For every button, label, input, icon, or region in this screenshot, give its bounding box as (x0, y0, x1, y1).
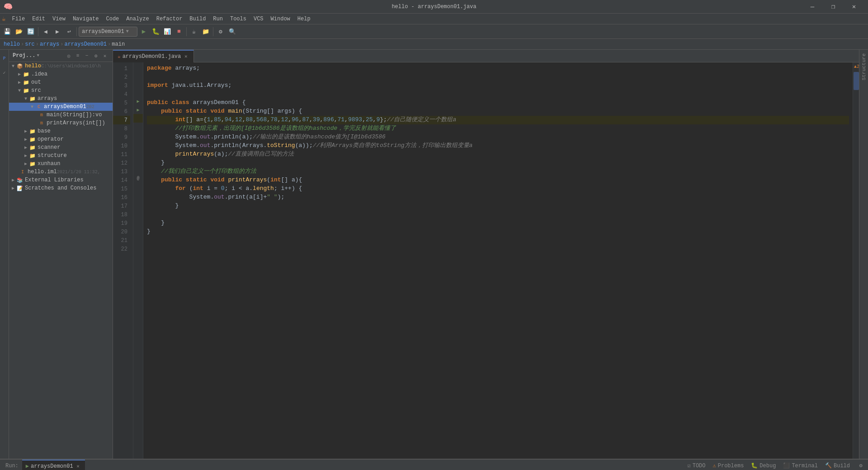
project-locate-btn[interactable]: ◎ (65, 52, 73, 60)
breadcrumb-hello[interactable]: hello (4, 41, 20, 47)
search-everywhere-btn[interactable]: 🔍 (227, 26, 238, 37)
tree-item-operator[interactable]: ▶ 📁 operator (9, 135, 113, 143)
tab-build[interactable]: 🔨 Build (821, 460, 854, 470)
tree-item-base[interactable]: ▶ 📁 base (9, 127, 113, 135)
run-main-icon[interactable]: ▶ (137, 107, 139, 113)
project-structure-btn[interactable]: 📁 (200, 26, 211, 37)
menu-view[interactable]: View (49, 15, 69, 23)
tree-icon-iml: I (19, 168, 26, 176)
project-collapse-btn[interactable]: − (83, 52, 91, 60)
toolbar-open[interactable]: 📂 (14, 26, 24, 37)
menu-run[interactable]: Run (209, 15, 226, 23)
project-dropdown-arrow[interactable]: ▼ (37, 53, 39, 58)
toolbar-revert[interactable]: ↩ (64, 26, 75, 37)
gutter-5[interactable]: ▶ (133, 97, 143, 105)
structure-label[interactable]: Structure (860, 50, 868, 84)
code-content[interactable]: package arrays; import java.util.Arrays;… (143, 62, 853, 459)
maximize-btn[interactable]: ❐ (823, 0, 844, 14)
code-line-1: package arrays; (147, 64, 849, 73)
code-line-5: public class arraysDemon01 { (147, 99, 849, 107)
menu-help[interactable]: Help (294, 15, 314, 23)
run-tab-close[interactable]: ✕ (75, 463, 81, 470)
tree-item-src[interactable]: ▼ 📁 src (9, 86, 113, 95)
main-layout: P ✓ Proj... ▼ ◎ ≡ − ⚙ ✕ ▼ 📦 hello C:\Us (0, 50, 868, 459)
menu-file[interactable]: File (8, 15, 28, 23)
ln-1: 1 (113, 64, 130, 73)
menu-refactor[interactable]: Refactor (153, 15, 186, 23)
tab-close-btn[interactable]: ✕ (183, 53, 189, 60)
tree-label-scratches: Scratches and Consoles (25, 185, 96, 191)
code-line-18 (147, 210, 849, 219)
tree-item-hello[interactable]: ▼ 📦 hello C:\Users\Windows10\h (9, 62, 113, 70)
project-panel-header: Proj... ▼ ◎ ≡ − ⚙ ✕ (9, 50, 113, 62)
tab-terminal[interactable]: ⬛ Terminal (779, 460, 821, 470)
toolbar-save[interactable]: 💾 (2, 26, 13, 37)
menubar: ☕ File Edit View Navigate Code Analyze R… (0, 14, 868, 24)
toolbar-sync[interactable]: 🔄 (25, 26, 36, 37)
menu-vcs[interactable]: VCS (250, 15, 267, 23)
gutter-9 (133, 131, 143, 140)
tree-item-arrays[interactable]: ▼ 📁 arrays (9, 95, 113, 103)
settings-btn[interactable]: ⚙ (215, 26, 226, 37)
editor-area: ☕ arraysDemon01.java ✕ 1 2 3 4 5 6 7 8 9… (113, 50, 859, 459)
terminal-label: Terminal (792, 463, 818, 469)
breadcrumb-sep3: › (60, 41, 63, 47)
code-line-16: System.out.print(a[i]+" "); (147, 193, 849, 202)
tree-label-ext: External Libraries (25, 177, 84, 183)
close-btn[interactable]: ✕ (844, 0, 864, 14)
project-settings-btn[interactable]: ⚙ (92, 52, 100, 60)
project-expand-btn[interactable]: ≡ (74, 52, 82, 60)
code-line-21 (147, 236, 849, 245)
run-class-icon[interactable]: ▶ (137, 99, 139, 104)
breadcrumb-method[interactable]: main (112, 41, 125, 47)
tree-item-xunhaun[interactable]: ▶ 📁 xunhaun (9, 160, 113, 168)
menu-tools[interactable]: Tools (226, 15, 250, 23)
ln-10: 10 (113, 142, 130, 150)
run-config-dropdown[interactable]: arraysDemon01 ▼ (79, 27, 137, 37)
tree-item-main[interactable]: m main(String[]):vo (9, 111, 113, 119)
gutter-11 (133, 148, 143, 157)
tab-arrays-demon01[interactable]: ☕ arraysDemon01.java ✕ (113, 50, 194, 62)
tree-icon-operator: 📁 (29, 136, 36, 143)
tree-arrow-demon01: ▼ (29, 104, 35, 109)
tab-run[interactable]: ▶ arraysDemon01 ✕ (22, 460, 85, 470)
commit-tool-btn[interactable]: ✓ (0, 66, 9, 80)
tab-todo[interactable]: ☑ TODO (684, 460, 709, 470)
breadcrumb-class[interactable]: arraysDemon01 (64, 41, 107, 47)
minimize-btn[interactable]: — (802, 0, 823, 14)
tree-item-scanner[interactable]: ▶ 📁 scanner (9, 143, 113, 152)
tree-item-arrays-demon01[interactable]: ▼ C arraysDemon01 202 (9, 103, 113, 111)
run-coverage-btn[interactable]: 📊 (162, 26, 173, 37)
menu-window[interactable]: Window (267, 15, 294, 23)
tree-item-iml[interactable]: I hello.iml 2021/1/20 11:32, (9, 168, 113, 176)
menu-build[interactable]: Build (186, 15, 209, 23)
project-tool-btn[interactable]: P (0, 52, 9, 65)
toolbar-forward[interactable]: ▶ (52, 26, 63, 37)
run-btn[interactable]: ▶ (138, 26, 149, 37)
tree-arrow-src: ▼ (16, 88, 23, 93)
tree-arrow-xunhaun: ▶ (23, 161, 29, 166)
todo-icon: ☑ (687, 462, 690, 469)
tree-item-idea[interactable]: ▶ 📁 .idea (9, 70, 113, 78)
project-close-btn[interactable]: ✕ (101, 52, 109, 60)
menu-navigate[interactable]: Navigate (69, 15, 103, 23)
tree-item-scratches[interactable]: ▶ 📝 Scratches and Consoles (9, 184, 113, 192)
toolbar-back[interactable]: ◀ (40, 26, 51, 37)
stop-btn[interactable]: ■ (174, 26, 184, 37)
gutter-6[interactable]: ▶ (133, 105, 143, 114)
tab-debug[interactable]: 🐛 Debug (747, 460, 779, 470)
sdk-btn[interactable]: ☕ (189, 26, 199, 37)
breadcrumb-src[interactable]: src (25, 41, 35, 47)
breadcrumb-arrays[interactable]: arrays (40, 41, 59, 47)
menu-code[interactable]: Code (102, 15, 123, 23)
bottom-settings-btn[interactable]: ⚙ (855, 460, 866, 470)
tree-item-structure[interactable]: ▶ 📁 structure (9, 152, 113, 160)
tab-problems[interactable]: ⚠ Problems (709, 460, 748, 470)
tree-item-out[interactable]: ▶ 📁 out (9, 78, 113, 86)
debug-btn[interactable]: 🐛 (150, 26, 161, 37)
tree-item-ext-lib[interactable]: ▶ 📚 External Libraries (9, 176, 113, 184)
tree-item-print-arrays[interactable]: m printArrays(int[]) (9, 119, 113, 127)
menu-analyze[interactable]: Analyze (123, 15, 152, 23)
tab-label: arraysDemon01.java (123, 53, 181, 60)
menu-edit[interactable]: Edit (28, 15, 49, 23)
